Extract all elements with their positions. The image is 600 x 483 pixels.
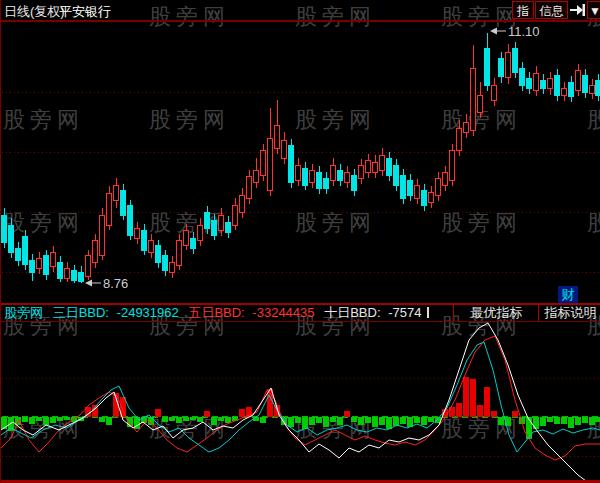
- skip-forward-icon[interactable]: [569, 2, 585, 18]
- indicator-button[interactable]: 指: [512, 1, 534, 19]
- watermark-text: 股旁网: [3, 414, 84, 444]
- watermark-text: 股旁网: [441, 414, 522, 444]
- period-label[interactable]: 日线(复权): [4, 3, 65, 21]
- title-bar: 日线(复权) 平安银行 指 信息 ▼: [1, 0, 600, 22]
- watermark-text: 股旁网: [441, 208, 522, 238]
- bbd3-value: -24931962: [117, 305, 179, 321]
- watermark-text: 股旁网: [295, 208, 376, 238]
- bbd10-label: 十日BBD:: [324, 305, 380, 321]
- watermark-text: 股旁网: [3, 208, 84, 238]
- indicator-source-label: 股旁网: [4, 305, 43, 321]
- watermark-text: 股旁网: [149, 208, 230, 238]
- bbd3-label: 三日BBD:: [53, 305, 109, 321]
- watermark-text: 股旁网: [149, 105, 230, 135]
- watermark-text: 股旁网: [587, 208, 600, 238]
- trading-app-window: 股旁网股旁网股旁网股旁网股旁网股旁网股旁网股旁网股旁网股旁网股旁网股旁网股旁网股…: [0, 0, 600, 483]
- watermark-text: 股旁网: [587, 414, 600, 444]
- indicator-help-button[interactable]: 指标说明: [538, 305, 600, 321]
- info-button[interactable]: 信息: [535, 1, 568, 19]
- watermark-text: 股旁网: [441, 105, 522, 135]
- stock-name: 平安银行: [59, 3, 111, 21]
- bbd10-value: -7574: [388, 305, 421, 321]
- bbd5-label: 五日BBD:: [188, 305, 244, 321]
- bbd5-value: -33244435: [252, 305, 314, 321]
- watermark-text: 股旁网: [149, 414, 230, 444]
- watermark-text: 股旁网: [295, 105, 376, 135]
- best-indicator-button[interactable]: 最优指标: [453, 305, 539, 321]
- watermark-layer: 股旁网股旁网股旁网股旁网股旁网股旁网股旁网股旁网股旁网股旁网股旁网股旁网股旁网股…: [1, 0, 600, 483]
- watermark-text: 股旁网: [587, 105, 600, 135]
- finance-button[interactable]: 财: [558, 286, 578, 303]
- watermark-text: 股旁网: [3, 105, 84, 135]
- watermark-text: 股旁网: [295, 414, 376, 444]
- dropdown-arrow-icon[interactable]: ▼: [587, 1, 600, 19]
- text-cursor: [427, 307, 429, 318]
- indicator-header: 股旁网 三日BBD: -24931962 五日BBD: -33244435 十日…: [1, 303, 600, 322]
